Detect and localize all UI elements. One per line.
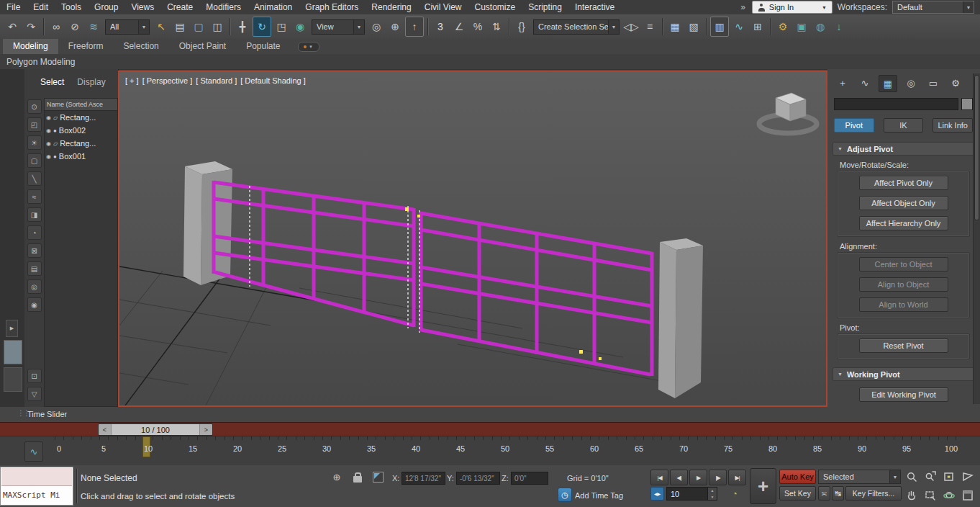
menu-item-views[interactable]: Views: [124, 1, 160, 14]
edit-working-pivot-button[interactable]: Edit Working Pivot: [859, 387, 948, 402]
selection-lock-icon[interactable]: [351, 468, 364, 483]
scene-object-row[interactable]: ◉▱Rectang...: [45, 111, 117, 124]
time-slider-track[interactable]: < 10 / 100 >: [0, 422, 980, 436]
select-and-manipulate-icon[interactable]: ⊕: [386, 17, 404, 36]
explorer-spacewarps-filter-icon[interactable]: ≈: [27, 189, 42, 204]
viewcube[interactable]: [759, 93, 817, 133]
select-and-rotate-icon[interactable]: ↻: [253, 17, 271, 37]
listener-pane[interactable]: MAXScript Mi: [1, 486, 72, 504]
select-by-name-icon[interactable]: ▤: [171, 17, 189, 36]
menu-item-interactive[interactable]: Interactive: [568, 1, 621, 14]
track-bar[interactable]: 0510152025303540455055606570758085909510…: [0, 436, 980, 467]
undo-icon[interactable]: ↶: [4, 17, 21, 36]
ribbon-tab-populate[interactable]: Populate: [236, 39, 290, 54]
link-info-button[interactable]: Link Info: [933, 118, 973, 133]
bind-to-space-warp-icon[interactable]: ≋: [85, 17, 102, 36]
display-tab[interactable]: ▭: [925, 75, 942, 91]
time-tag-clock-icon[interactable]: ◷: [558, 488, 572, 502]
center-to-object-button[interactable]: Center to Object: [859, 257, 948, 272]
select-and-place-icon[interactable]: ◉: [291, 17, 309, 36]
visibility-eye-icon[interactable]: ◉: [46, 127, 51, 134]
explorer-tab-select[interactable]: Select: [36, 76, 68, 88]
ribbon-config-button[interactable]: ▼: [298, 42, 319, 52]
explorer-hierarchy-icon[interactable]: ◰: [27, 117, 42, 132]
window-crossing-icon[interactable]: ◫: [209, 17, 226, 36]
scene-object-row[interactable]: ◉●Box001: [45, 150, 117, 163]
object-color-swatch[interactable]: [961, 98, 973, 110]
selection-filter-dropdown[interactable]: All▼: [105, 19, 150, 35]
fence-gate-right[interactable]: [421, 212, 652, 376]
open-mini-curve-editor-icon[interactable]: ∿: [24, 441, 43, 462]
explorer-containers-filter-icon[interactable]: ▤: [27, 261, 42, 276]
affect-hierarchy-only-button[interactable]: Affect Hierarchy Only: [859, 216, 948, 230]
pan-icon[interactable]: [904, 488, 920, 503]
viewport-general-menu[interactable]: [ + ]: [125, 76, 139, 85]
motion-tab[interactable]: ◎: [902, 75, 920, 91]
spinner-snap-icon[interactable]: ⇅: [488, 17, 505, 36]
snaps-toggle-icon[interactable]: 3: [432, 17, 449, 36]
macro-recorder-pane[interactable]: [1, 468, 72, 486]
key-mode-toggle-icon[interactable]: ◀▶: [650, 487, 664, 501]
visibility-eye-icon[interactable]: ◉: [46, 140, 51, 147]
selection-region-icon[interactable]: ▢: [190, 17, 207, 36]
explorer-name-column-header[interactable]: Name (Sorted Asce: [45, 99, 117, 111]
render-production-icon[interactable]: ◍: [812, 17, 829, 36]
select-and-link-icon[interactable]: ∞: [47, 17, 65, 36]
render-iterative-icon[interactable]: ↓: [830, 17, 848, 36]
rendered-frame-window-icon[interactable]: ▣: [793, 17, 810, 36]
explorer-filter-icon[interactable]: ▽: [27, 387, 42, 401]
key-selection-mode-dropdown[interactable]: Selected ▼: [818, 470, 901, 484]
use-pivot-point-center-icon[interactable]: ◎: [368, 17, 385, 36]
align-to-world-button[interactable]: Align to World: [859, 297, 948, 312]
field-of-view-icon[interactable]: [960, 469, 976, 485]
key-filters-button[interactable]: Key Filters...: [845, 486, 902, 501]
menu-item-group[interactable]: Group: [88, 1, 124, 14]
current-frame-field[interactable]: 10 ▲▼: [666, 487, 717, 501]
time-slider-value[interactable]: 10 / 100: [111, 424, 200, 435]
perspective-viewport[interactable]: [ + ][ Perspective ][ Standard ][ Defaul…: [118, 71, 827, 407]
viewport-layout-tab-a[interactable]: [4, 340, 22, 364]
explorer-shapes-filter-icon[interactable]: ╲: [27, 171, 42, 186]
select-and-move-icon[interactable]: ╋: [234, 17, 251, 36]
viewport-pov-menu[interactable]: [ Perspective ]: [142, 76, 193, 85]
reference-coordinate-dropdown[interactable]: View▼: [312, 19, 365, 35]
align-icon[interactable]: ≡: [641, 17, 658, 36]
menu-item-edit[interactable]: Edit: [27, 1, 55, 14]
ik-button[interactable]: IK: [884, 118, 924, 133]
zoom-extents-icon[interactable]: [941, 469, 957, 485]
explorer-visibility-icon[interactable]: ◉: [27, 297, 42, 312]
named-selection-set-combo[interactable]: Create Selection Se▼: [533, 19, 620, 35]
auto-key-button[interactable]: Auto Key: [779, 470, 816, 484]
visibility-eye-icon[interactable]: ◉: [46, 115, 51, 121]
viewport-shading-menu[interactable]: [ Default Shading ]: [240, 76, 306, 85]
command-panel-scrollbar[interactable]: [973, 73, 980, 404]
left-pillar-box[interactable]: [183, 161, 232, 285]
named-selection-sets-icon[interactable]: {}: [513, 17, 530, 36]
zoom-icon[interactable]: [904, 469, 920, 485]
set-keys-button[interactable]: +: [750, 468, 776, 504]
scrollbar-thumb[interactable]: [974, 75, 979, 220]
working-pivot-rollout-header[interactable]: ▼ Working Pivot: [832, 367, 974, 381]
z-coordinate-field[interactable]: 0'0": [511, 472, 548, 485]
workspace-dropdown[interactable]: Default ▼: [892, 1, 974, 14]
scene-explorer-toggle-icon[interactable]: ▦: [666, 17, 684, 36]
menu-item-civil-view[interactable]: Civil View: [418, 1, 468, 14]
visibility-eye-icon[interactable]: ◉: [46, 153, 51, 160]
curve-editor-icon[interactable]: ∿: [730, 17, 748, 36]
menu-item-tools[interactable]: Tools: [55, 1, 88, 14]
unlink-selection-icon[interactable]: ⊘: [66, 17, 83, 36]
menu-item-graph-editors[interactable]: Graph Editors: [299, 1, 365, 14]
fence-gate-left[interactable]: [214, 181, 414, 327]
zoom-all-icon[interactable]: [922, 469, 938, 485]
explorer-cameras-filter-icon[interactable]: ◔: [27, 225, 42, 240]
ribbon-toggle-icon[interactable]: ▥: [710, 17, 729, 37]
mirror-icon[interactable]: ◁▷: [622, 17, 640, 36]
time-slider-handle[interactable]: < 10 / 100 >: [98, 423, 213, 436]
ribbon-tab-freeform[interactable]: Freeform: [58, 39, 114, 54]
right-pillar-box[interactable]: [658, 238, 703, 398]
hierarchy-tab[interactable]: ▦: [879, 75, 897, 92]
viewport-scene[interactable]: [119, 72, 826, 405]
expand-panel-arrow-icon[interactable]: ▶: [6, 320, 18, 337]
align-to-object-button[interactable]: Align to Object: [859, 277, 948, 292]
percent-snap-icon[interactable]: %: [469, 17, 486, 36]
